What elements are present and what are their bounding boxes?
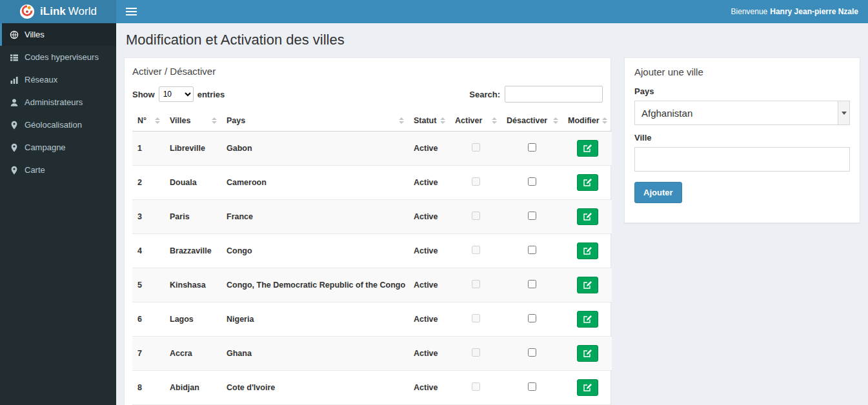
activer-checkbox — [472, 143, 480, 152]
edit-pencil-icon — [583, 178, 592, 187]
table-controls: Show 10 entries Search: — [132, 86, 603, 103]
modifier-button[interactable] — [577, 345, 598, 362]
add-ville-panel: Ajouter une ville Pays Afghanistan Ville… — [624, 57, 860, 223]
column-header-num[interactable]: N° — [132, 110, 165, 132]
user-icon — [10, 98, 19, 107]
column-header-villes[interactable]: Villes — [165, 110, 221, 132]
desactiver-checkbox[interactable] — [528, 177, 536, 186]
cell-statut: Active — [409, 302, 450, 337]
sort-icon — [440, 117, 445, 124]
search-input[interactable] — [505, 86, 603, 103]
sidebar-item-label: Géolocalisation — [25, 120, 82, 130]
brand-name: iLinkWorld — [40, 5, 97, 18]
cell-pays: Congo, The Democratic Republic of the Co… — [221, 268, 409, 302]
desactiver-checkbox[interactable] — [528, 246, 536, 254]
modifier-button[interactable] — [577, 174, 598, 191]
page-length-select[interactable]: 10 — [159, 86, 194, 102]
search-box: Search: — [469, 86, 603, 103]
villes-table-panel: Activer / Désactiver Show 10 entries Sea… — [124, 57, 611, 405]
cell-statut: Active — [409, 268, 450, 302]
cell-ville: Kinshasa — [165, 268, 221, 302]
activer-checkbox — [472, 280, 480, 288]
globe-icon — [10, 30, 19, 39]
cell-num: 6 — [132, 302, 165, 337]
sidebar-item-carte[interactable]: Carte — [0, 159, 116, 181]
column-header-statut[interactable]: Statut — [409, 110, 450, 132]
map-marker-icon — [10, 143, 19, 152]
villes-table-body: 1 Libreville Gabon Active 2 Douala Camer… — [132, 132, 612, 405]
cell-statut: Active — [409, 234, 450, 268]
column-header-modifier[interactable]: Modifier — [563, 110, 612, 132]
pays-select-wrap: Afghanistan — [634, 101, 850, 125]
sidebar-item-label: Carte — [25, 165, 45, 175]
column-header-desactiver[interactable]: Désactiver — [501, 110, 563, 132]
cell-ville: Libreville — [165, 132, 221, 166]
desactiver-checkbox[interactable] — [528, 348, 536, 357]
villes-table: N° Villes Pays Statut Activer Désactiver… — [132, 110, 612, 405]
cell-statut: Active — [409, 166, 450, 200]
edit-pencil-icon — [583, 144, 592, 153]
sidebar-item-villes[interactable]: Villes — [0, 23, 116, 46]
sidebar-toggle-icon[interactable] — [126, 8, 137, 16]
ville-input[interactable] — [634, 147, 850, 172]
desactiver-checkbox[interactable] — [528, 212, 536, 220]
app-logo[interactable]: iLinkWorld — [0, 0, 116, 23]
ville-label: Ville — [634, 133, 850, 143]
page-title: Modification et Activation des villes — [124, 23, 860, 57]
welcome-message: BienvenueHanry Jean-pierre Nzale — [731, 7, 858, 16]
activer-checkbox — [472, 212, 480, 220]
edit-pencil-icon — [583, 383, 592, 392]
edit-pencil-icon — [583, 315, 592, 324]
sidebar-item-reseaux[interactable]: Réseaux — [0, 68, 116, 91]
modifier-button[interactable] — [577, 277, 598, 293]
search-label: Search: — [469, 90, 500, 99]
desactiver-checkbox[interactable] — [528, 143, 536, 152]
sort-icon — [212, 117, 217, 124]
pays-label: Pays — [634, 86, 850, 96]
cell-statut: Active — [409, 371, 450, 405]
sidebar-item-campagne[interactable]: Campagne — [0, 136, 116, 159]
pays-select[interactable]: Afghanistan — [634, 101, 850, 125]
welcome-prefix: Bienvenue — [731, 7, 768, 16]
desactiver-checkbox[interactable] — [528, 314, 536, 322]
cell-statut: Active — [409, 337, 450, 371]
column-header-activer[interactable]: Activer — [450, 110, 501, 132]
edit-pencil-icon — [583, 281, 592, 290]
cell-ville: Paris — [165, 200, 221, 234]
modifier-button[interactable] — [577, 208, 598, 225]
table-row: 8 Abidjan Cote d'Ivoire Active — [132, 371, 612, 405]
welcome-user: Hanry Jean-pierre Nzale — [770, 7, 858, 16]
cell-ville: Brazzaville — [165, 234, 221, 268]
activer-checkbox — [472, 177, 480, 186]
brand-bold: iLink — [40, 5, 66, 17]
table-row: 3 Paris France Active — [132, 200, 612, 234]
map-marker-icon — [10, 121, 19, 130]
cell-pays: Cameroon — [221, 166, 409, 200]
table-row: 1 Libreville Gabon Active — [132, 132, 612, 166]
modifier-button[interactable] — [577, 140, 598, 157]
sidebar-item-label: Campagne — [25, 143, 66, 152]
table-row: 4 Brazzaville Congo Active — [132, 234, 612, 268]
sidebar-item-codes-hyperviseurs[interactable]: Codes hyperviseurs — [0, 46, 116, 68]
activer-checkbox — [472, 382, 480, 391]
table-row: 7 Accra Ghana Active — [132, 337, 612, 371]
sidebar-item-geolocalisation[interactable]: Géolocalisation — [0, 114, 116, 136]
modifier-button[interactable] — [577, 242, 598, 259]
cell-pays: Ghana — [221, 337, 409, 371]
cell-num: 4 — [132, 234, 165, 268]
ajouter-button[interactable]: Ajouter — [634, 182, 682, 203]
modifier-button[interactable] — [577, 379, 598, 396]
desactiver-checkbox[interactable] — [528, 382, 536, 391]
activer-checkbox — [472, 314, 480, 322]
edit-pencil-icon — [583, 349, 592, 358]
desactiver-checkbox[interactable] — [528, 280, 536, 288]
edit-pencil-icon — [583, 212, 592, 221]
sidebar-item-administrateurs[interactable]: Administrateurs — [0, 91, 116, 114]
cell-pays: France — [221, 200, 409, 234]
column-header-pays[interactable]: Pays — [221, 110, 409, 132]
map-marker-icon — [10, 166, 19, 175]
modifier-button[interactable] — [577, 311, 598, 328]
sort-icon — [602, 117, 607, 124]
cell-ville: Abidjan — [165, 371, 221, 405]
cell-pays: Congo — [221, 234, 409, 268]
